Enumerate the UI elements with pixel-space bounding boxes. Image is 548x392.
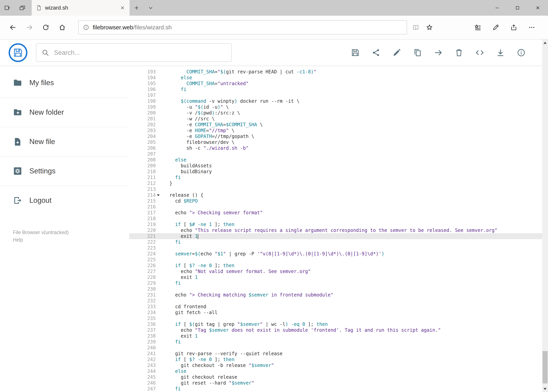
more-button[interactable] [525, 21, 538, 34]
line-number[interactable]: 244 [129, 368, 156, 374]
code-line[interactable]: 235 [129, 315, 548, 321]
line-number[interactable]: 208 [129, 157, 156, 163]
line-number[interactable]: 209 [129, 163, 156, 169]
line-number[interactable]: 240 [129, 345, 156, 351]
code-line[interactable]: 246 git reset --hard "$semver" [129, 380, 548, 386]
line-number[interactable]: 220 [129, 227, 156, 233]
line-number[interactable]: 219 [129, 222, 156, 227]
code-line[interactable]: 221 exit 1 [129, 233, 548, 239]
line-number[interactable]: 230 [129, 286, 156, 292]
code-line[interactable]: 194 else [129, 75, 548, 81]
code-line[interactable]: 242 if [ $? -ne 0 ]; then [129, 357, 548, 363]
share-page-button[interactable] [507, 21, 520, 34]
line-number[interactable]: 229 [129, 280, 156, 286]
new-tab-button[interactable] [130, 0, 144, 16]
code-line[interactable]: 229 fi [129, 280, 548, 286]
line-number[interactable]: 217 [129, 210, 156, 216]
line-number[interactable]: 215 [129, 198, 156, 204]
address-bar[interactable]: filebrowser.web/files/wizard.sh [78, 20, 407, 35]
line-number[interactable]: 203 [129, 128, 156, 133]
fold-toggle-icon[interactable] [156, 192, 161, 198]
code-line[interactable]: 217 echo "> Checking semver format" [129, 210, 548, 216]
minimize-button[interactable] [487, 0, 507, 16]
line-number[interactable]: 222 [129, 239, 156, 245]
page-scrollbar[interactable] [542, 40, 548, 392]
forward-button[interactable] [21, 19, 38, 36]
code-line[interactable]: 220 echo "This release script requires a… [129, 227, 548, 233]
line-number[interactable]: 212 [129, 181, 156, 186]
line-number[interactable]: 245 [129, 374, 156, 380]
site-info-icon[interactable] [83, 24, 89, 30]
search-input[interactable] [54, 49, 226, 56]
line-number[interactable]: 239 [129, 339, 156, 345]
line-number[interactable]: 199 [129, 104, 156, 110]
code-line[interactable]: 199 -u "$(id -u)" \ [129, 104, 548, 110]
search-box[interactable] [36, 43, 232, 62]
back-button[interactable] [5, 19, 21, 36]
set-tabs-aside-icon[interactable] [0, 0, 15, 16]
code-line[interactable]: 196 fi [129, 86, 548, 92]
line-number[interactable]: 225 [129, 257, 156, 263]
line-number[interactable]: 232 [129, 298, 156, 304]
code-line[interactable]: 203 -e HOME="//tmp" \ [129, 128, 548, 133]
line-number[interactable]: 198 [129, 98, 156, 104]
code-line[interactable]: 227 echo "Not valid semver format. See s… [129, 268, 548, 274]
line-number[interactable]: 242 [129, 357, 156, 363]
line-number[interactable]: 238 [129, 333, 156, 339]
line-number[interactable]: 206 [129, 145, 156, 151]
sidebar-item-new-folder[interactable]: New folder [0, 98, 129, 127]
code-line[interactable]: 243 git checkout -b release "$semver" [129, 363, 548, 368]
line-number[interactable]: 204 [129, 133, 156, 139]
code-line[interactable]: 225 [129, 257, 548, 263]
home-button[interactable] [54, 19, 70, 36]
code-line[interactable]: 228 exit 1 [129, 274, 548, 280]
code-line[interactable]: 247 fi [129, 386, 548, 392]
line-number[interactable]: 246 [129, 380, 156, 386]
code-line[interactable]: 236 if [ $(git tag | grep "$semver" | wc… [129, 321, 548, 327]
code-line[interactable]: 241 git rev-parse --verify --quiet relea… [129, 351, 548, 357]
scroll-up-button[interactable] [542, 40, 548, 46]
window-close-button[interactable] [528, 0, 548, 16]
tabs-preview-icon[interactable] [15, 0, 30, 16]
help-link[interactable]: Help [13, 236, 129, 244]
code-line[interactable]: 219 if [ $# -ne 1 ]; then [129, 222, 548, 227]
line-number[interactable]: 214 [129, 192, 156, 198]
line-number[interactable]: 200 [129, 110, 156, 116]
line-number[interactable]: 205 [129, 139, 156, 145]
line-number[interactable]: 223 [129, 245, 156, 251]
code-line[interactable]: 211 fi [129, 175, 548, 181]
tab-close-icon[interactable] [120, 5, 125, 11]
edit-icon[interactable] [392, 48, 401, 57]
sidebar-item-logout[interactable]: Logout [0, 186, 129, 215]
line-number[interactable]: 243 [129, 363, 156, 368]
line-number[interactable]: 221 [129, 233, 156, 239]
line-number[interactable]: 226 [129, 263, 156, 268]
annotate-button[interactable] [489, 21, 502, 34]
code-editor[interactable]: 193 COMMIT_SHA="$(git rev-parse HEAD | c… [129, 66, 548, 392]
move-icon[interactable] [434, 48, 443, 57]
browser-tab[interactable]: wizard.sh [32, 0, 130, 16]
code-line[interactable]: 226 if [ $? -ne 0 ]; then [129, 263, 548, 268]
line-number[interactable]: 227 [129, 268, 156, 274]
code-line[interactable]: 232 [129, 298, 548, 304]
code-line[interactable]: 201 -w //src \ [129, 116, 548, 122]
line-number[interactable]: 196 [129, 86, 156, 92]
app-logo[interactable] [9, 43, 28, 62]
sidebar-item-settings[interactable]: Settings [0, 156, 129, 186]
line-number[interactable]: 207 [129, 151, 156, 157]
share-icon[interactable] [372, 48, 381, 57]
save-icon[interactable] [351, 48, 360, 57]
line-number[interactable]: 211 [129, 175, 156, 181]
code-line[interactable]: 230 [129, 286, 548, 292]
line-number[interactable]: 228 [129, 274, 156, 280]
code-line[interactable]: 216 [129, 204, 548, 210]
code-line[interactable]: 214release () { [129, 192, 548, 198]
line-number[interactable]: 218 [129, 216, 156, 222]
line-number[interactable]: 193 [129, 69, 156, 75]
code-line[interactable]: 204 -e GOPATH=//tmp/gopath \ [129, 133, 548, 139]
code-line[interactable]: 206 sh -c "./wizard.sh -b" [129, 145, 548, 151]
line-number[interactable]: 197 [129, 92, 156, 98]
line-number[interactable]: 202 [129, 122, 156, 128]
line-number[interactable]: 241 [129, 351, 156, 357]
line-number[interactable]: 195 [129, 81, 156, 86]
